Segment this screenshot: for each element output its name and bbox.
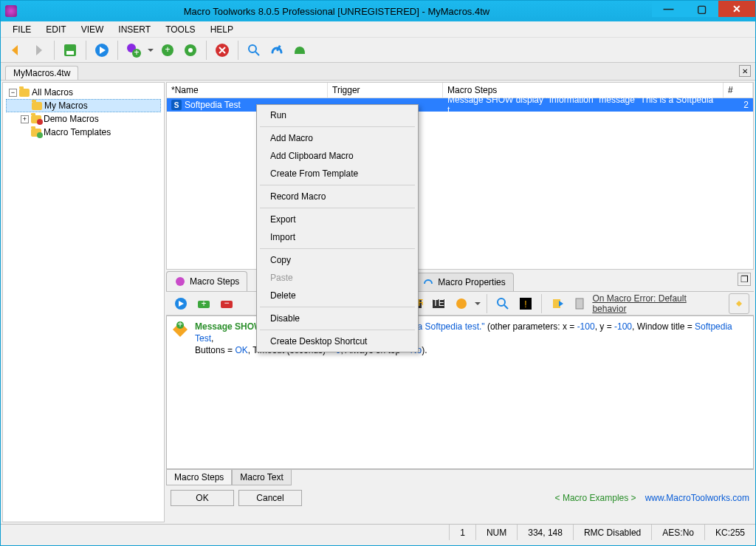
menu-run[interactable]: Run: [258, 106, 416, 124]
svg-point-14: [176, 277, 185, 286]
svg-text:+: +: [201, 298, 206, 309]
on-error-link[interactable]: On Macro Error: Default behavior: [592, 293, 726, 314]
find-button[interactable]: [244, 40, 264, 61]
find-step-button[interactable]: [492, 293, 513, 314]
tab-steps[interactable]: Macro Steps: [166, 470, 232, 485]
status-kc: KC:255: [704, 525, 755, 540]
menu-add-macro[interactable]: Add Macro: [258, 129, 416, 147]
svg-text:−: −: [224, 298, 229, 308]
forward-button[interactable]: [28, 40, 49, 61]
ok-button[interactable]: OK: [171, 490, 234, 506]
save-button[interactable]: [60, 40, 80, 61]
titlebar: Macro Toolworks 8.0.5 Professional [UNRE…: [1, 1, 755, 21]
menu-help[interactable]: HELP: [203, 23, 241, 36]
app-icon: [5, 5, 17, 17]
list-row[interactable]: SSoftpedia Test Message SHOW display "In…: [167, 98, 753, 112]
col-num[interactable]: #: [724, 83, 753, 98]
add-macro-dropdown[interactable]: [146, 40, 155, 61]
step-settings-button[interactable]: [451, 293, 472, 314]
add-folder-button[interactable]: +: [157, 40, 178, 61]
maximize-panel-icon[interactable]: ❐: [738, 273, 751, 286]
editor-tabs: Macro Steps Macro Text: [166, 469, 754, 485]
error-options-button[interactable]: [729, 293, 749, 314]
run-button[interactable]: [92, 40, 112, 61]
add-macro-button[interactable]: +: [123, 40, 144, 61]
tree-item-label: My Macros: [44, 100, 88, 111]
status-rmc: RMC Disabled: [573, 525, 651, 540]
file-tabbar: MyMacros.4tw ✕: [1, 63, 755, 81]
menu-view[interactable]: VIEW: [74, 23, 111, 36]
settings-button[interactable]: [267, 40, 287, 61]
file-tab[interactable]: MyMacros.4tw: [5, 66, 78, 80]
menu-add-clipboard[interactable]: Add Clipboard Macro: [258, 147, 416, 165]
tab-macro-properties[interactable]: Macro Properties: [414, 273, 513, 291]
menu-export[interactable]: Export: [258, 211, 416, 228]
export-button[interactable]: [547, 293, 568, 314]
detail-tabs: Macro Steps Macro Properties ❐: [166, 271, 754, 292]
warning-button[interactable]: !: [515, 293, 536, 314]
tree-item-templates[interactable]: Macro Templates: [6, 126, 161, 139]
add-step-button[interactable]: +: [193, 293, 214, 314]
menu-shortcut[interactable]: Create Desktop Shortcut: [258, 332, 416, 350]
expand-icon[interactable]: +: [21, 115, 29, 123]
gear-icon: [174, 276, 186, 287]
maximize-button[interactable]: ▢: [685, 1, 718, 17]
status-aes: AES:No: [651, 525, 704, 540]
menu-file[interactable]: FILE: [5, 23, 38, 36]
add-group-button[interactable]: [180, 40, 201, 61]
svg-line-26: [504, 305, 508, 309]
menu-paste: Paste: [258, 269, 416, 287]
status-line: 1: [449, 525, 475, 540]
website-link[interactable]: www.MacroToolworks.com: [645, 493, 749, 503]
tree-root[interactable]: − All Macros: [6, 86, 161, 99]
button-row: OK Cancel < Macro Examples > www.MacroTo…: [166, 485, 754, 511]
menubar: FILE EDIT VIEW INSERT TOOLS HELP: [1, 21, 755, 38]
svg-point-11: [249, 45, 256, 52]
wrench-icon: [422, 276, 434, 288]
macro-list[interactable]: SSoftpedia Test Message SHOW display "In…: [166, 98, 754, 270]
step-button[interactable]: STEP: [428, 293, 449, 314]
close-button[interactable]: ✕: [718, 1, 755, 17]
collapse-icon[interactable]: −: [9, 89, 17, 97]
menu-import[interactable]: Import: [258, 228, 416, 246]
tab-text[interactable]: Macro Text: [232, 470, 291, 485]
svg-rect-30: [576, 298, 583, 309]
tree-item-my-macros[interactable]: My Macros: [6, 99, 161, 112]
step-settings-dropdown[interactable]: [474, 293, 481, 314]
help-button[interactable]: [289, 40, 310, 61]
macro-tree[interactable]: − All Macros My Macros + Demo Macros Mac…: [2, 82, 165, 522]
macro-type-icon: S: [171, 100, 182, 110]
menu-create-template[interactable]: Create From Template: [258, 165, 416, 182]
menu-edit[interactable]: EDIT: [38, 23, 73, 36]
document-button[interactable]: [570, 293, 591, 314]
tab-close-icon[interactable]: ✕: [739, 65, 751, 77]
row-num: 2: [724, 100, 753, 110]
col-name[interactable]: *Name: [167, 83, 328, 98]
delete-button[interactable]: [212, 40, 233, 61]
examples-link[interactable]: < Macro Examples >: [555, 493, 636, 503]
tree-item-label: Macro Templates: [44, 127, 111, 137]
remove-step-button[interactable]: −: [216, 293, 237, 314]
svg-text:+: +: [165, 44, 170, 55]
svg-text:STEP: STEP: [431, 298, 446, 308]
row-name: Softpedia Test: [185, 100, 241, 110]
status-coords: 334, 148: [517, 525, 573, 540]
menu-record[interactable]: Record Macro: [258, 188, 416, 205]
svg-text:+: +: [177, 321, 182, 330]
col-trigger[interactable]: Trigger: [328, 83, 443, 98]
play-step-button[interactable]: [171, 293, 191, 314]
menu-disable[interactable]: Disable: [258, 310, 416, 327]
svg-text:!: !: [524, 299, 526, 310]
tree-item-demo-macros[interactable]: + Demo Macros: [6, 112, 161, 126]
menu-delete[interactable]: Delete: [258, 287, 416, 304]
minimize-button[interactable]: —: [652, 1, 685, 17]
tab-macro-steps[interactable]: Macro Steps: [166, 271, 247, 291]
row-steps: Message SHOW display "Information" messa…: [443, 95, 724, 115]
menu-insert[interactable]: INSERT: [111, 23, 158, 36]
menu-tools[interactable]: TOOLS: [158, 23, 202, 36]
cancel-button[interactable]: Cancel: [238, 490, 302, 506]
tree-item-label: Demo Macros: [44, 114, 99, 124]
back-button[interactable]: [5, 40, 26, 61]
menu-copy[interactable]: Copy: [258, 251, 416, 269]
step-editor[interactable]: + Message SHOW display "Information" mes…: [166, 315, 754, 469]
